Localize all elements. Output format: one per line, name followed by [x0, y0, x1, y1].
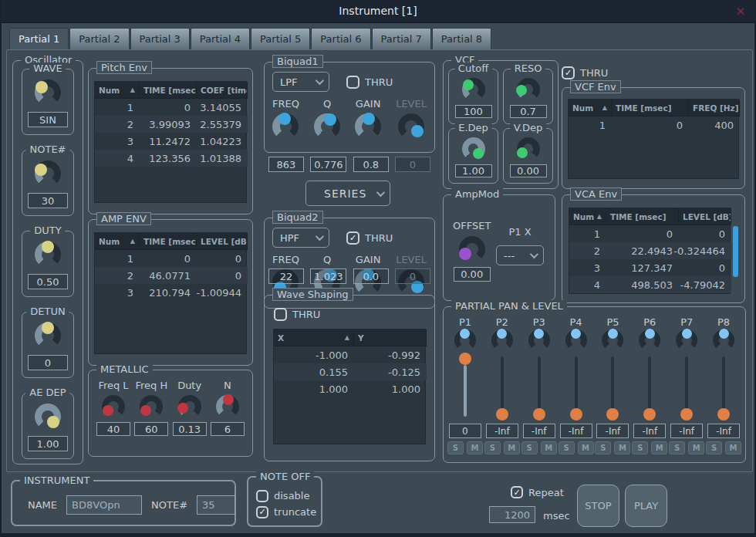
table-cell[interactable]: 4 — [569, 276, 606, 293]
freq-h-knob[interactable] — [140, 395, 163, 418]
offset-value[interactable]: 0.00 — [454, 267, 491, 282]
table-cell[interactable]: 3.99093 — [140, 116, 197, 133]
tab-partial-4[interactable]: Partial 4 — [191, 28, 250, 50]
column-header[interactable]: TIME [msec] — [606, 208, 679, 225]
tab-partial-6[interactable]: Partial 6 — [311, 28, 370, 50]
table-cell[interactable]: 1 — [569, 117, 612, 133]
table-cell[interactable]: 2.55379 — [197, 116, 248, 133]
q-value[interactable]: 1.023 — [310, 268, 346, 284]
level-value[interactable]: -Inf — [523, 424, 555, 438]
level-value[interactable]: -Inf — [670, 424, 703, 438]
column-header[interactable]: X▲ — [274, 329, 354, 346]
table-cell[interactable]: -0.125 — [354, 363, 427, 380]
pan-knob[interactable] — [491, 329, 513, 351]
thru-checkbox[interactable]: ✓ — [346, 231, 359, 245]
table-cell[interactable]: 0 — [612, 117, 689, 133]
play-button[interactable]: PLAY — [625, 485, 667, 527]
level-slider[interactable] — [533, 353, 545, 420]
table-cell[interactable]: 1 — [95, 99, 140, 116]
table-cell[interactable]: 1.04223 — [197, 133, 248, 150]
freq-knob[interactable] — [272, 113, 299, 140]
metallic-duty-value[interactable]: 0.13 — [173, 422, 207, 436]
n-knob[interactable] — [216, 395, 239, 418]
level-value[interactable]: -Inf — [560, 424, 592, 438]
table-cell[interactable]: 0 — [679, 259, 731, 276]
level-slider[interactable] — [717, 353, 730, 420]
level-value[interactable]: -Inf — [707, 424, 740, 438]
tab-partial-3[interactable]: Partial 3 — [130, 28, 190, 50]
table-cell[interactable]: 0.155 — [274, 363, 354, 380]
solo-button[interactable]: S — [447, 441, 464, 454]
n-value[interactable]: 6 — [211, 422, 245, 436]
table-cell[interactable]: 0 — [197, 267, 248, 284]
note-value[interactable]: 30 — [28, 193, 68, 208]
tab-partial-2[interactable]: Partial 2 — [69, 28, 129, 50]
mute-button[interactable]: M — [467, 441, 483, 454]
freq-value[interactable]: 863 — [268, 157, 304, 172]
stop-button[interactable]: STOP — [577, 485, 619, 527]
level-value[interactable]: 0 — [395, 157, 430, 172]
tab-partial-5[interactable]: Partial 5 — [251, 28, 310, 50]
table-cell[interactable]: 3 — [569, 259, 606, 276]
pan-knob[interactable] — [713, 329, 734, 351]
mute-button[interactable]: M — [614, 441, 630, 454]
level-slider[interactable] — [643, 353, 656, 420]
cutoff-knob[interactable] — [462, 78, 485, 101]
column-header[interactable]: LEVEL [dB] — [197, 233, 248, 250]
wave-knob[interactable] — [35, 79, 61, 106]
level-value[interactable]: -Inf — [633, 424, 666, 438]
offset-knob[interactable] — [459, 236, 485, 262]
mute-button[interactable]: M — [725, 441, 741, 454]
table-cell[interactable]: -0.324464 — [679, 242, 731, 259]
e-dep-knob[interactable] — [462, 137, 485, 160]
solo-button[interactable]: S — [706, 441, 722, 454]
column-header[interactable]: TIME [msec] — [612, 100, 689, 117]
table-cell[interactable]: 1 — [95, 250, 140, 267]
level-value[interactable]: 0 — [449, 424, 481, 438]
solo-button[interactable]: S — [669, 441, 685, 454]
vcf-thru-checkbox[interactable]: ✓ — [562, 66, 575, 79]
column-header[interactable]: TIME [msec] — [140, 233, 197, 250]
freq-l-knob[interactable] — [102, 395, 125, 418]
pan-knob[interactable] — [602, 329, 623, 351]
table-cell[interactable]: 2 — [569, 242, 606, 259]
level-value[interactable]: 0 — [395, 268, 430, 284]
table-cell[interactable]: 1.000 — [274, 380, 354, 397]
table-cell[interactable]: 3 — [95, 133, 140, 150]
ae-dep-knob[interactable] — [35, 404, 61, 430]
duty-value[interactable]: 0.50 — [28, 274, 68, 289]
slider-handle[interactable] — [643, 408, 656, 420]
table-cell[interactable]: 498.503 — [606, 276, 679, 293]
level-slider[interactable] — [459, 353, 471, 420]
table-cell[interactable]: 3.14055 — [197, 99, 248, 116]
tab-partial-7[interactable]: Partial 7 — [372, 28, 431, 50]
detune-knob[interactable] — [35, 323, 61, 349]
table-cell[interactable]: 0 — [197, 250, 248, 267]
level-slider[interactable] — [496, 353, 508, 420]
table-cell[interactable]: 4 — [95, 150, 140, 167]
mute-button[interactable]: M — [504, 441, 520, 454]
column-header[interactable]: Num▲ — [569, 100, 612, 117]
column-header[interactable]: Y — [354, 329, 427, 346]
freq-value[interactable]: 22 — [268, 268, 304, 284]
pan-knob[interactable] — [676, 329, 697, 351]
e-dep-value[interactable]: 1.00 — [455, 164, 492, 177]
v-dep-value[interactable]: 0.00 — [510, 164, 547, 177]
solo-button[interactable]: S — [484, 441, 501, 454]
tab-partial-8[interactable]: Partial 8 — [432, 28, 491, 50]
slider-handle[interactable] — [680, 408, 693, 420]
pan-knob[interactable] — [528, 329, 550, 351]
table-cell[interactable]: 0 — [140, 99, 197, 116]
table-cell[interactable]: -1.000 — [274, 346, 354, 363]
note-knob[interactable] — [35, 160, 61, 187]
table-cell[interactable]: 1 — [569, 225, 606, 242]
table-cell[interactable]: -4.79042 — [679, 276, 731, 293]
slider-handle[interactable] — [496, 408, 508, 420]
column-header[interactable]: LEVEL [dB] — [679, 208, 731, 225]
column-header[interactable]: TIME [msec] — [140, 82, 197, 99]
repeat-time-input[interactable] — [489, 506, 535, 523]
p1x-source-select[interactable]: --- — [496, 245, 544, 265]
table-cell[interactable]: 0 — [140, 250, 197, 267]
solo-button[interactable]: S — [632, 441, 648, 454]
pan-knob[interactable] — [565, 329, 587, 351]
